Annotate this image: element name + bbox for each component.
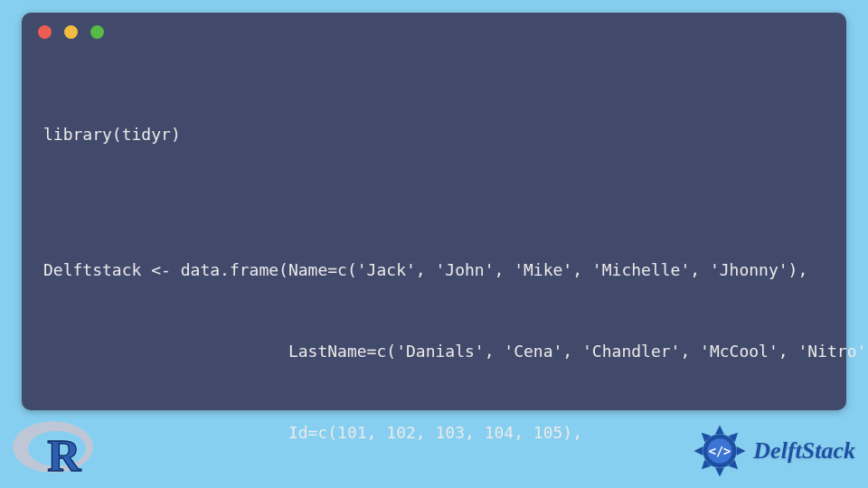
svg-marker-5 xyxy=(737,446,746,455)
maximize-icon[interactable] xyxy=(90,25,104,39)
code-line: library(tidyr) xyxy=(43,121,828,148)
delftstack-logo: </> DelftStack xyxy=(692,423,855,479)
svg-text:R: R xyxy=(47,429,81,481)
r-logo-icon: R xyxy=(7,408,107,484)
brand-name: DelftStack xyxy=(753,437,855,465)
svg-marker-3 xyxy=(715,425,724,434)
code-gear-icon: </> xyxy=(692,423,748,479)
minimize-icon[interactable] xyxy=(64,25,78,39)
svg-marker-7 xyxy=(715,468,724,477)
close-icon[interactable] xyxy=(38,25,52,39)
code-line: LastName=c('Danials', 'Cena', 'Chandler'… xyxy=(43,338,828,365)
window-controls xyxy=(38,25,104,39)
code-window: library(tidyr) Delftstack <- data.frame(… xyxy=(22,13,846,410)
svg-text:</>: </> xyxy=(709,444,731,458)
code-line: Delftstack <- data.frame(Name=c('Jack', … xyxy=(43,257,828,284)
svg-marker-9 xyxy=(694,446,703,455)
